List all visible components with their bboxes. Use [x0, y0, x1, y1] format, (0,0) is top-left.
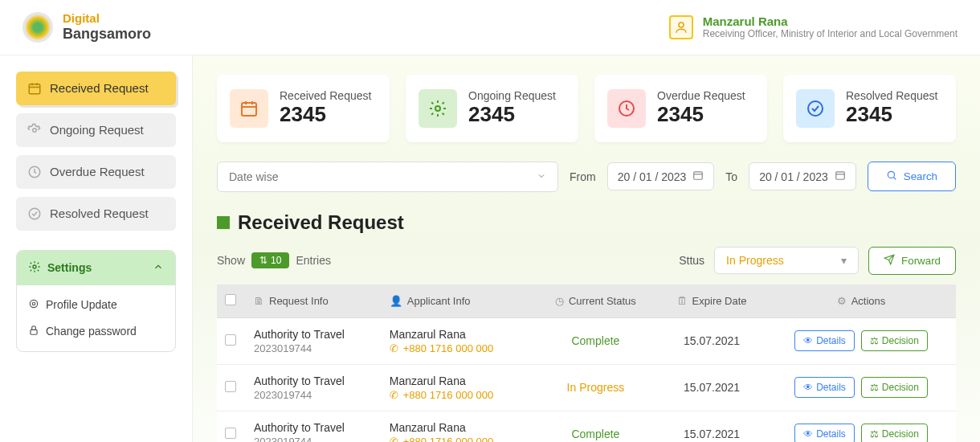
eye-icon: 👁: [803, 335, 813, 346]
svg-point-15: [888, 171, 894, 178]
chevron-up-icon: [153, 261, 164, 275]
status-label: Sttus: [679, 254, 704, 267]
request-title: Authority to Travel: [254, 328, 374, 341]
check-circle-icon: [27, 207, 42, 221]
date-to-value: 20 / 01 / 2023: [759, 170, 828, 183]
eye-icon: 👁: [803, 382, 813, 393]
settings-item-label: Change password: [46, 325, 137, 338]
entries-count-select[interactable]: ⇅ 10: [251, 252, 289, 268]
card-overdue[interactable]: Overdue Request 2345: [594, 75, 767, 142]
gear-icon: [27, 123, 42, 137]
entries-count: 10: [271, 255, 281, 266]
user-block[interactable]: Manzarul Rana Receiving Officer, Ministr…: [669, 14, 958, 39]
col-status: Current Status: [569, 295, 636, 307]
forward-label: Forward: [901, 255, 941, 267]
row-checkbox[interactable]: [225, 381, 236, 392]
table-row: Authority to Travel2023019744Manzarul Ra…: [217, 411, 956, 442]
page-heading: Received Request: [238, 211, 404, 234]
row-status: Complete: [534, 411, 658, 442]
chevron-down-icon: [537, 170, 546, 183]
sidebar-item-resolved[interactable]: Resolved Request: [16, 197, 176, 231]
date-to-input[interactable]: 20 / 01 / 2023: [749, 162, 856, 190]
forward-button[interactable]: Forward: [868, 247, 956, 275]
decision-button[interactable]: ⚖Decision: [861, 377, 928, 398]
card-label: Resolved Request: [846, 89, 937, 102]
request-title: Authority to Travel: [254, 374, 374, 387]
gear-icon: [419, 89, 457, 128]
main-content: Received Request 2345 Ongoing Request 23…: [193, 55, 980, 442]
sidebar-item-label: Overdue Request: [50, 165, 145, 178]
table-controls: Show ⇅ 10 Entries Sttus In Progress ▾ Fo: [217, 247, 956, 275]
card-ongoing[interactable]: Ongoing Request 2345: [406, 75, 578, 142]
decision-button[interactable]: ⚖Decision: [861, 330, 928, 351]
sidebar-item-received[interactable]: Received Request: [16, 72, 176, 105]
brand[interactable]: Digital Bangsamoro: [22, 11, 151, 43]
search-button[interactable]: Search: [868, 162, 956, 191]
request-id: 2023019744: [254, 342, 374, 354]
user-name: Manzarul Rana: [703, 14, 958, 28]
user-icon: ⚖: [870, 335, 879, 346]
col-request: Request Info: [269, 295, 329, 307]
details-button[interactable]: 👁Details: [794, 330, 855, 351]
date-wise-dropdown[interactable]: Date wise: [217, 162, 558, 192]
row-expire: 15.07.2021: [657, 364, 766, 411]
details-button[interactable]: 👁Details: [794, 424, 855, 442]
svg-rect-14: [836, 172, 845, 179]
select-all-checkbox[interactable]: [225, 294, 236, 305]
svg-rect-1: [29, 84, 40, 93]
row-expire: 15.07.2021: [657, 317, 766, 364]
topbar: Digital Bangsamoro Manzarul Rana Receivi…: [0, 0, 980, 55]
row-checkbox[interactable]: [225, 334, 236, 346]
card-received[interactable]: Received Request 2345: [217, 75, 390, 142]
details-button[interactable]: 👁Details: [794, 377, 855, 398]
request-title: Authority to Travel: [254, 421, 374, 434]
sidebar-item-overdue[interactable]: Overdue Request: [16, 155, 176, 189]
row-checkbox[interactable]: [225, 428, 236, 439]
card-resolved[interactable]: Resolved Request 2345: [783, 75, 956, 142]
settings-item-label: Profile Update: [46, 298, 117, 311]
request-id: 2023019744: [254, 436, 374, 442]
phone-icon: ✆: [390, 389, 398, 401]
status-icon: ◷: [555, 295, 564, 307]
settings-toggle[interactable]: Settings: [17, 251, 175, 285]
decision-button[interactable]: ⚖Decision: [861, 424, 928, 442]
calendar-icon: [230, 89, 268, 128]
request-id: 2023019744: [254, 389, 374, 401]
settings-item-password[interactable]: Change password: [17, 318, 175, 345]
square-icon: [217, 216, 230, 229]
sort-icon: ⇅: [259, 255, 267, 266]
send-icon: [884, 254, 895, 268]
date-from-input[interactable]: 20 / 01 / 2023: [607, 162, 715, 190]
col-applicant: Applicant Info: [407, 295, 471, 307]
check-badge-icon: [796, 89, 835, 128]
card-label: Ongoing Request: [468, 89, 556, 102]
clock-icon: [607, 89, 646, 128]
status-select[interactable]: In Progress ▾: [714, 247, 859, 274]
filter-row: Date wise From 20 / 01 / 2023 To 20 / 01…: [217, 162, 956, 192]
applicant-phone: ✆+880 1716 000 000: [390, 389, 526, 401]
date-from-value: 20 / 01 / 2023: [618, 170, 687, 183]
entries-label: Entries: [296, 254, 331, 267]
user-role: Receiving Officer, Ministry of Interior …: [703, 28, 958, 39]
col-expire: Expire Date: [692, 295, 747, 307]
svg-point-10: [435, 106, 440, 111]
svg-point-0: [679, 23, 684, 27]
brand-line1: Digital: [63, 11, 151, 26]
to-label: To: [725, 170, 737, 183]
gear-icon: [28, 260, 41, 276]
sidebar-item-ongoing[interactable]: Ongoing Request: [16, 113, 176, 147]
card-value: 2345: [468, 102, 556, 127]
user-icon: ⚖: [870, 382, 879, 393]
search-icon: [886, 170, 897, 183]
sidebar-item-label: Received Request: [50, 81, 149, 95]
svg-point-2: [33, 128, 37, 132]
calendar-icon: [835, 170, 846, 183]
table-row: Authority to Travel2023019744Manzarul Ra…: [217, 364, 956, 411]
settings-item-profile[interactable]: Profile Update: [17, 292, 175, 318]
svg-point-7: [32, 302, 35, 305]
applicant-phone: ✆+880 1716 000 000: [390, 436, 526, 442]
row-expire: 15.07.2021: [657, 411, 766, 442]
gear-icon: ⚙: [837, 295, 847, 307]
row-status: Complete: [534, 317, 658, 364]
user-icon: 👤: [390, 295, 402, 307]
